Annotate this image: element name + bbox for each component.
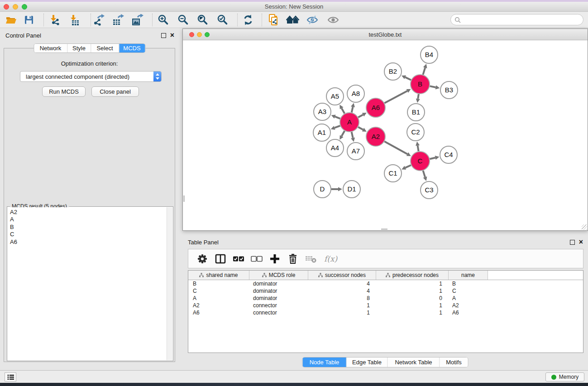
mcds-result-item[interactable]: A6	[10, 238, 167, 246]
graph-edge-B-B1[interactable]	[418, 94, 419, 99]
task-history-button[interactable]	[5, 372, 16, 381]
close-panel-icon[interactable]: ×	[170, 31, 174, 39]
graph-edge-B-B3[interactable]	[430, 86, 436, 87]
tab-motifs[interactable]: Motifs	[440, 357, 468, 367]
close-panel-icon[interactable]: ×	[579, 238, 583, 246]
table-settings-icon[interactable]	[196, 253, 208, 265]
table-cell[interactable]: 4	[308, 288, 376, 294]
table-cell[interactable]: A6	[449, 310, 488, 316]
mcds-result-item[interactable]: C	[10, 231, 167, 238]
table-cell[interactable]: 1	[308, 302, 376, 309]
graph-edge-A-A7[interactable]	[352, 132, 353, 138]
table-row[interactable]: Adominator80A	[188, 295, 583, 302]
search-field[interactable]	[450, 14, 583, 25]
table-cell[interactable]: dominator	[249, 288, 308, 294]
graph-edge-B-B2[interactable]	[405, 77, 411, 80]
import-table-icon[interactable]	[67, 13, 81, 27]
table-row[interactable]: Bdominator41B	[188, 280, 583, 287]
table-cell[interactable]: 1	[308, 310, 376, 316]
graph-edge-B-B4[interactable]	[423, 68, 425, 75]
column-header-MCDS-role[interactable]: MCDS role	[249, 271, 308, 280]
zoom-out-icon[interactable]	[176, 13, 191, 27]
table-cell[interactable]: 4	[308, 281, 376, 287]
unselect-all-columns-icon[interactable]	[251, 253, 263, 265]
graph-edge-A-A4[interactable]	[342, 131, 345, 136]
table-cell[interactable]: A	[188, 295, 249, 301]
float-panel-icon[interactable]	[161, 33, 166, 38]
table-cell[interactable]: B	[188, 281, 249, 287]
add-column-icon[interactable]	[269, 253, 281, 265]
zoom-in-icon[interactable]	[156, 13, 171, 27]
float-panel-icon[interactable]	[570, 240, 575, 245]
graph-edge-A-A1[interactable]	[335, 126, 340, 128]
window-resize-grip[interactable]	[582, 224, 587, 230]
table-cell[interactable]: C	[188, 288, 249, 294]
graph-edge-A6-B[interactable]	[384, 91, 407, 103]
table-cell[interactable]: 0	[376, 295, 449, 301]
table-cell[interactable]: A	[449, 295, 488, 301]
tab-node-table[interactable]: Node Table	[303, 357, 347, 367]
column-header-shared-name[interactable]: shared name	[188, 271, 249, 280]
mcds-result-item[interactable]: A2	[10, 209, 167, 216]
table-cell[interactable]: A2	[449, 302, 488, 309]
tab-network-table[interactable]: Network Table	[388, 357, 440, 367]
graph-edge-C-C1[interactable]	[405, 165, 411, 168]
graph-edge-A-A2[interactable]	[358, 127, 363, 130]
hide-windows-icon[interactable]	[286, 13, 300, 27]
tab-network[interactable]: Network	[34, 44, 67, 52]
delete-columns-icon[interactable]	[287, 253, 299, 265]
graph-edge-A-A5[interactable]	[342, 108, 345, 114]
import-network-icon[interactable]	[47, 13, 62, 27]
graph-edge-A-A3[interactable]	[335, 117, 340, 119]
tab-select[interactable]: Select	[91, 44, 119, 52]
run-mcds-button[interactable]: Run MCDS	[42, 86, 86, 97]
function-builder-icon[interactable]: f(x)	[324, 254, 337, 263]
tab-edge-table[interactable]: Edge Table	[347, 357, 388, 367]
mcds-result-list[interactable]: A2ABCA6	[8, 207, 167, 360]
table-cell[interactable]: dominator	[249, 295, 308, 301]
table-cell[interactable]: 1	[376, 310, 449, 316]
table-cell[interactable]: connector	[249, 310, 308, 316]
table-row[interactable]: Cdominator41C	[188, 287, 583, 295]
optimization-criterion-select[interactable]: largest connected component (directed)	[20, 71, 162, 82]
tab-mcds[interactable]: MCDS	[119, 44, 145, 52]
export-image-icon[interactable]	[130, 13, 145, 27]
save-session-icon[interactable]	[22, 13, 36, 27]
zoom-selected-icon[interactable]	[215, 13, 230, 27]
refresh-icon[interactable]	[241, 13, 255, 27]
table-cell[interactable]: 1	[376, 302, 449, 309]
network-canvas[interactable]: B4B2BB3A5A8A6B1A3AC2A1A2A4A7C4CC1C3DD1	[183, 40, 588, 230]
table-cell[interactable]: C	[449, 288, 488, 294]
column-header-successor-nodes[interactable]: successor nodes	[308, 271, 376, 280]
delete-table-icon[interactable]	[305, 253, 317, 265]
table-cell[interactable]: dominator	[249, 281, 308, 287]
graph-edge-C-C3[interactable]	[423, 171, 425, 177]
export-network-icon[interactable]	[91, 13, 106, 27]
mcds-result-scrollbar[interactable]	[167, 207, 172, 360]
table-cell[interactable]: B	[449, 281, 488, 287]
table-cell[interactable]: A2	[188, 302, 249, 309]
table-row[interactable]: A2connector11A2	[188, 302, 583, 309]
export-table-icon[interactable]	[111, 13, 125, 27]
new-network-from-selection-icon[interactable]	[267, 13, 281, 27]
graph-edge-C-C2[interactable]	[418, 146, 419, 152]
table-cell[interactable]: 1	[376, 281, 449, 287]
graph-edge-A-A6[interactable]	[358, 114, 363, 117]
tab-style[interactable]: Style	[67, 44, 91, 52]
search-input[interactable]	[463, 16, 583, 23]
show-columns-icon[interactable]	[215, 253, 226, 265]
mcds-result-item[interactable]: A	[10, 216, 167, 223]
column-header-name[interactable]: name	[449, 271, 488, 280]
table-cell[interactable]: 1	[376, 288, 449, 294]
graph-edge-A-A8[interactable]	[352, 107, 353, 112]
graph-edge-A2-C[interactable]	[384, 142, 407, 154]
network-window-titlebar[interactable]: testGlobe.txt	[183, 29, 588, 40]
hide-labels-icon[interactable]	[305, 13, 320, 27]
mcds-result-item[interactable]: B	[10, 224, 167, 231]
table-cell[interactable]: connector	[249, 302, 308, 309]
show-graphics-details-icon[interactable]	[326, 13, 340, 27]
table-row[interactable]: A6connector11A6	[188, 309, 583, 316]
table-cell[interactable]: A6	[188, 310, 249, 316]
network-graph[interactable]: B4B2BB3A5A8A6B1A3AC2A1A2A4A7C4CC1C3DD1	[183, 40, 588, 230]
zoom-fit-icon[interactable]	[196, 13, 210, 27]
